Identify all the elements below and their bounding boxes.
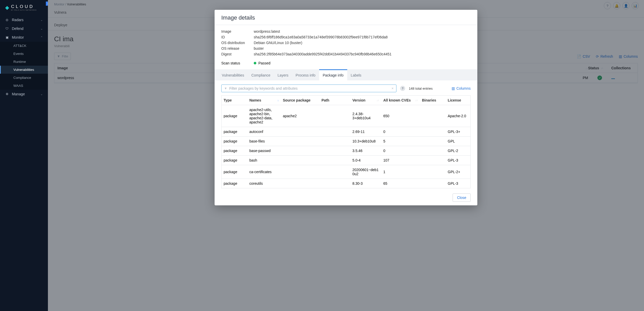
meta-val-osdist: Debian GNU/Linux 10 (buster): [254, 41, 471, 45]
meta-key-osdist: OS distribution: [221, 41, 254, 45]
chevron-down-icon: ⌄: [40, 18, 43, 22]
clear-filter-icon[interactable]: ×: [392, 86, 394, 90]
radar-icon: ◎: [5, 18, 9, 22]
th-type[interactable]: Type: [222, 96, 247, 105]
nav-radars[interactable]: ◎ Radars ⌄: [0, 15, 48, 24]
th-source-package[interactable]: Source package: [281, 96, 319, 105]
mtab-package-info[interactable]: Package info: [319, 69, 347, 80]
package-table: Type Names↓ Source package Path Version↓…: [221, 95, 471, 188]
chevron-up-icon: ⌃: [40, 36, 43, 39]
brand-logo: ◆ CLOUD BY PALO ALTO NETWORKS: [0, 0, 48, 15]
nav-monitor[interactable]: ▣ Monitor ⌃: [0, 33, 48, 42]
th-binaries[interactable]: Binaries: [420, 96, 446, 105]
meta-key-osrel: OS release: [221, 46, 254, 51]
brand-subtitle: BY PALO ALTO NETWORKS: [11, 9, 37, 11]
table-row[interactable]: packageautoconf2.69-110GPL-3+: [222, 127, 470, 137]
filter-icon: ▼: [224, 87, 227, 90]
chevron-down-icon: ⌄: [40, 93, 43, 96]
sort-icon: ↓↑: [377, 99, 379, 102]
th-names[interactable]: Names↓: [247, 96, 281, 105]
th-license[interactable]: License: [446, 96, 470, 105]
modal-tabs: Vulnerabilities Compliance Layers Proces…: [215, 69, 477, 80]
nav-defend[interactable]: 🛡 Defend ⌄: [0, 24, 48, 33]
sidebar: ‹ ◆ CLOUD BY PALO ALTO NETWORKS ◎ Radars…: [0, 0, 48, 311]
columns-icon: ▥: [452, 86, 455, 90]
monitor-icon: ▣: [5, 36, 9, 39]
brand-name: CLOUD: [11, 4, 37, 9]
image-metadata: Imagewordpress:latest IDsha256:6f6ff186d…: [215, 25, 477, 58]
main-content: ? 🔔 👤 📊 Monitor / Vulnerabilities Vulner…: [48, 0, 644, 311]
mtab-vulnerabilities[interactable]: Vulnerabilities: [218, 69, 248, 80]
package-filter[interactable]: ▼ ×: [221, 85, 396, 92]
modal-overlay[interactable]: Image details Imagewordpress:latest IDsh…: [48, 0, 644, 311]
monitor-subnav: ATT&CK Events Runtime Vulnerabilities Co…: [0, 42, 48, 90]
mtab-compliance[interactable]: Compliance: [248, 69, 274, 80]
scan-status-value: Passed: [258, 61, 270, 65]
modal-title: Image details: [221, 14, 471, 21]
nav-manage[interactable]: ⚙ Manage ⌄: [0, 90, 48, 98]
mtab-process-info[interactable]: Process info: [292, 69, 319, 80]
subnav-compliance[interactable]: Compliance: [0, 74, 48, 82]
image-details-modal: Image details Imagewordpress:latest IDsh…: [215, 10, 477, 205]
subnav-runtime[interactable]: Runtime: [0, 58, 48, 66]
th-version[interactable]: Version↓↑: [350, 96, 381, 105]
meta-key-id: ID: [221, 35, 254, 39]
meta-val-digest: sha256:2f85b64e373aa340300adde9925f42dd0…: [254, 52, 471, 56]
sort-icon: ↓↑: [415, 99, 418, 102]
shield-icon: 🛡: [5, 27, 9, 30]
sort-down-icon: ↓: [277, 99, 279, 102]
subnav-waas[interactable]: WAAS: [0, 82, 48, 90]
meta-val-osrel: buster: [254, 46, 471, 51]
package-filter-input[interactable]: [229, 86, 392, 90]
table-row[interactable]: packagebash5.0-4107GPL-3: [222, 156, 470, 165]
total-entries: 148 total entries: [409, 87, 433, 90]
table-row[interactable]: packagebase-files10.3+deb10u85GPL: [222, 137, 470, 146]
table-row[interactable]: packagebase-passwd3.5.460GPL-2: [222, 146, 470, 156]
scan-status-label: Scan status: [221, 61, 254, 65]
subnav-attack[interactable]: ATT&CK: [0, 42, 48, 50]
mtab-labels[interactable]: Labels: [347, 69, 365, 80]
table-row[interactable]: packageca-certificates20200601~deb10u21G…: [222, 165, 470, 179]
columns-button[interactable]: ▥ Columns: [452, 86, 471, 90]
status-passed-icon: [254, 62, 256, 64]
meta-val-image: wordpress:latest: [254, 29, 471, 33]
subnav-events[interactable]: Events: [0, 50, 48, 58]
gear-icon: ⚙: [5, 92, 9, 96]
mtab-layers[interactable]: Layers: [274, 69, 292, 80]
logo-icon: ◆: [5, 4, 9, 11]
th-path[interactable]: Path: [319, 96, 350, 105]
chevron-down-icon: ⌄: [40, 27, 43, 30]
meta-val-id: sha256:6f6ff186d9ca1e83a0a58733e1a748ef3…: [254, 35, 471, 39]
table-row[interactable]: packageapache2-utils, apache2-bin, apach…: [222, 105, 470, 127]
meta-key-image: Image: [221, 29, 254, 33]
help-icon[interactable]: ?: [400, 86, 405, 91]
close-button[interactable]: Close: [453, 194, 471, 202]
table-row[interactable]: packagecoreutils8.30-365GPL-3: [222, 179, 470, 188]
subnav-vulnerabilities[interactable]: Vulnerabilities: [0, 66, 48, 74]
meta-key-digest: Digest: [221, 52, 254, 56]
th-cves[interactable]: All known CVEs↓↑: [381, 96, 420, 105]
